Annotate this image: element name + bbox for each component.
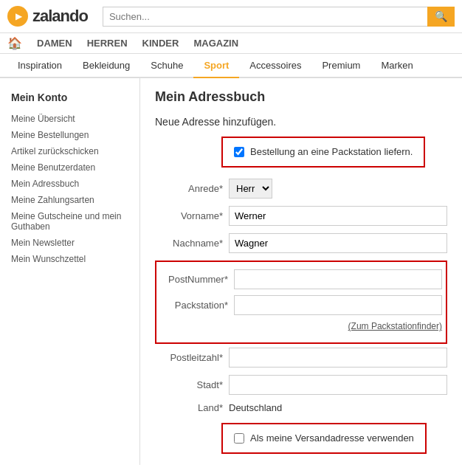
anrede-row: Anrede* Herr Frau [155, 179, 447, 199]
vorname-control [229, 206, 447, 226]
sidebar-item-zurueck[interactable]: Artikel zurückschicken [0, 143, 139, 159]
nav-magazin[interactable]: MAGAZIN [193, 38, 238, 49]
versand-label: Als meine Versandadresse verwenden [250, 432, 414, 445]
anrede-label: Anrede* [155, 183, 229, 194]
search-bar: 🔍 [103, 7, 455, 27]
nachname-control [229, 233, 447, 253]
home-icon[interactable]: 🏠 [7, 36, 22, 50]
vorname-input[interactable] [229, 206, 447, 226]
section-title: Neue Adresse hinzufügen. [155, 116, 447, 128]
stadt-label: Stadt* [155, 379, 229, 390]
stadt-control [229, 375, 447, 395]
page-title: Mein Adressbuch [155, 89, 447, 105]
anrede-control: Herr Frau [229, 179, 447, 199]
land-label: Land* [155, 402, 229, 413]
sidebar-item-bestellungen[interactable]: Meine Bestellungen [0, 127, 139, 143]
logo: zalando [7, 6, 88, 27]
land-row: Land* Deutschland [155, 402, 447, 413]
postnummer-control [234, 269, 442, 289]
versand-checkbox-box: Als meine Versandadresse verwenden [221, 423, 427, 454]
logo-icon [7, 6, 28, 27]
nachname-row: Nachname* [155, 233, 447, 253]
nav-kinder[interactable]: KINDER [142, 38, 179, 49]
postleitzahl-label: Postleitzahl* [155, 352, 229, 363]
nav-categories: Inspiration Bekleidung Schuhe Sport Acce… [0, 54, 462, 78]
packstation-finder-link[interactable]: (Zum Packstationfinder) [348, 321, 442, 331]
nachname-label: Nachname* [155, 238, 229, 249]
postleitzahl-row: Postleitzahl* [155, 348, 447, 368]
main-layout: Mein Konto Meine Übersicht Meine Bestell… [0, 78, 462, 465]
sidebar-item-wunschzettel[interactable]: Mein Wunschzettel [0, 251, 139, 267]
sidebar: Mein Konto Meine Übersicht Meine Bestell… [0, 78, 140, 465]
nav-herren[interactable]: HERREN [87, 38, 128, 49]
packstation-checkbox[interactable] [234, 147, 244, 157]
anrede-select[interactable]: Herr Frau [229, 179, 272, 199]
postleitzahl-control [229, 348, 447, 368]
postleitzahl-input[interactable] [229, 348, 447, 368]
land-value: Deutschland [229, 402, 282, 413]
logo-text: zalando [32, 7, 88, 26]
packstation-field-label: Packstation* [160, 300, 234, 311]
content-area: Mein Adressbuch Neue Adresse hinzufügen.… [140, 78, 462, 465]
postnummer-input[interactable] [234, 269, 442, 289]
postnummer-label: PostNummer* [160, 274, 234, 285]
vorname-label: Vorname* [155, 210, 229, 221]
nachname-input[interactable] [229, 233, 447, 253]
sidebar-item-adressbuch[interactable]: Mein Adressbuch [0, 176, 139, 192]
packstation-checkbox-box: Bestellung an eine Packstation liefern. [221, 137, 425, 168]
sidebar-item-gutscheine[interactable]: Meine Gutscheine und mein Guthaben [0, 208, 139, 235]
postnummer-group-box: PostNummer* Packstation* (Zum Packstatio… [155, 261, 447, 344]
nav-cat-marken[interactable]: Marken [370, 54, 423, 77]
stadt-input[interactable] [229, 375, 447, 395]
sidebar-title: Mein Konto [0, 86, 139, 111]
search-button[interactable]: 🔍 [427, 7, 455, 27]
nav-cat-premium[interactable]: Premium [311, 54, 370, 77]
nav-cat-bekleidung[interactable]: Bekleidung [72, 54, 140, 77]
nav-cat-sport[interactable]: Sport [193, 54, 239, 78]
header: zalando 🔍 [0, 0, 462, 33]
sidebar-item-zahlungsarten[interactable]: Meine Zahlungsarten [0, 192, 139, 208]
nav-cat-accessoires[interactable]: Accessoires [239, 54, 311, 77]
packstation-field-control [234, 295, 442, 315]
search-input[interactable] [103, 7, 427, 27]
postnummer-row: PostNummer* [156, 269, 446, 289]
sidebar-item-benutzerdaten[interactable]: Meine Benutzerdaten [0, 159, 139, 176]
packstation-label: Bestellung an eine Packstation liefern. [250, 145, 413, 159]
nav-top: 🏠 DAMEN HERREN KINDER MAGAZIN [0, 33, 462, 54]
nav-cat-inspiration[interactable]: Inspiration [7, 54, 72, 77]
sidebar-item-uebersicht[interactable]: Meine Übersicht [0, 111, 139, 127]
packstation-finder-link-row: (Zum Packstationfinder) [156, 321, 446, 335]
versand-checkbox[interactable] [234, 433, 244, 444]
packstation-field-input[interactable] [234, 295, 442, 315]
sidebar-item-newsletter[interactable]: Mein Newsletter [0, 235, 139, 251]
packstation-field-row: Packstation* [156, 295, 446, 315]
vorname-row: Vorname* [155, 206, 447, 226]
nav-cat-schuhe[interactable]: Schuhe [140, 54, 193, 77]
nav-damen[interactable]: DAMEN [37, 38, 72, 49]
stadt-row: Stadt* [155, 375, 447, 395]
